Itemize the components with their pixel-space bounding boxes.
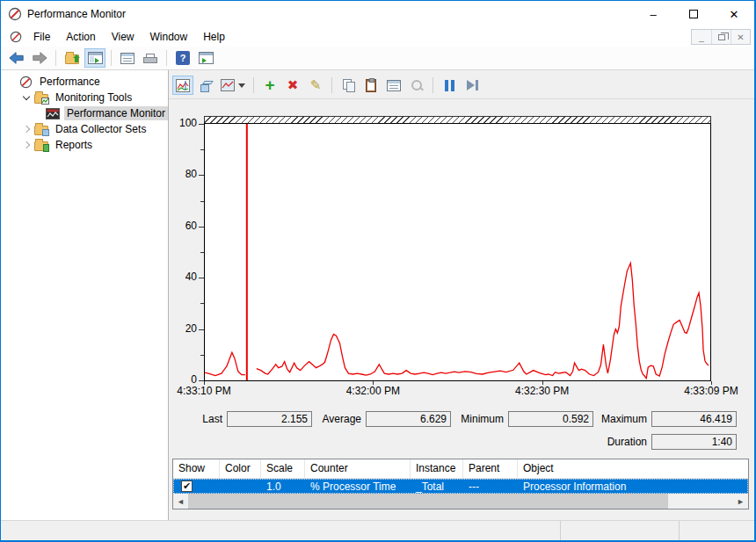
mdi-minimize-button[interactable]: _ [692,30,711,44]
toolbar-separator [433,77,433,93]
toolbar-separator [253,77,254,93]
menu-bar: File Action View Window Help _ ✕ [1,27,754,47]
status-bar [1,520,754,540]
paste-counter-list-button[interactable] [360,76,382,95]
processor-time-line-chart [205,124,710,380]
x-axis-label-2: 4:32:30 PM [515,385,569,397]
perfmon-app-icon [8,7,22,21]
menu-item-view[interactable]: View [104,29,142,45]
tree-expander-collapsed-icon[interactable] [22,141,31,149]
zoom-button[interactable] [406,76,427,95]
print-button[interactable] [140,48,161,68]
y-axis-label-60: 60 [171,220,197,232]
sidebar-item-label: Data Collector Sets [53,122,149,136]
scroll-right-button[interactable]: ► [733,494,748,509]
highlight-button[interactable]: ✎ [305,76,326,95]
column-header-counter[interactable]: Counter [305,459,411,478]
y-axis-major-tick [199,278,204,278]
maximum-label: Maximum [597,413,651,425]
graph-toolbar-divider [169,98,754,99]
column-header-instance[interactable]: Instance [411,459,463,478]
new-window-button[interactable] [195,48,216,68]
graph-properties-button[interactable] [383,76,404,95]
column-header-object[interactable]: Object [518,459,748,478]
column-header-scale[interactable]: Scale [261,459,305,478]
title-bar: Performance Monitor – ✕ [1,1,754,27]
folder-data-icon [33,122,49,136]
show-cell: ✔ [173,481,220,492]
stat-maximum: Maximum 46.419 [597,411,737,427]
counter-table-header: ShowColorScaleCounterInstanceParentObjec… [173,459,748,479]
menu-item-help[interactable]: Help [195,29,233,45]
counter-cell: % Processor Time [305,481,411,493]
tree-expander-collapsed-icon[interactable] [22,125,31,134]
average-label: Average [320,413,366,425]
sidebar-item-data-collector-sets[interactable]: Data Collector Sets [1,121,168,137]
x-axis-label-1: 4:32:00 PM [346,385,400,397]
scrollbar-track[interactable] [188,494,733,509]
last-value: 2.155 [227,411,312,427]
help-button[interactable]: ? [172,48,193,68]
change-graph-type-button[interactable] [218,76,248,95]
main-toolbar: ? [1,47,754,70]
mdi-restore-icon [718,34,725,40]
magnifier-icon [411,79,424,92]
duration-label: Duration [597,436,651,448]
properties-button[interactable] [117,48,138,68]
sidebar-item-label: Reports [53,138,95,152]
close-button[interactable]: ✕ [714,1,754,27]
show-hide-console-tree-button[interactable] [84,48,105,68]
graph-type-icon [221,79,235,91]
add-counter-button[interactable]: + [259,76,280,95]
sidebar-item-reports[interactable]: Reports [1,137,168,153]
parent-cell: --- [463,481,518,493]
mdi-restore-button[interactable] [711,30,731,44]
export-list-button[interactable] [62,48,83,68]
column-header-parent[interactable]: Parent [463,459,518,478]
add-icon: + [265,78,274,92]
menu-item-window[interactable]: Window [142,29,196,45]
update-data-button[interactable] [462,76,483,95]
properties-sheet-icon [387,80,401,91]
copy-properties-button[interactable] [338,76,359,95]
show-checkbox[interactable]: ✔ [181,481,193,492]
console-tree-pane: PerformanceMonitoring ToolsPerformance M… [1,70,169,520]
y-axis-label-0: 0 [171,373,197,386]
y-axis-major-tick [199,329,204,330]
sidebar-item-performance-monitor[interactable]: Performance Monitor [1,105,168,121]
view-current-activity-button[interactable] [172,76,193,95]
back-button[interactable] [6,48,27,68]
properties-sheet-icon [120,53,134,64]
freeze-display-button[interactable] [439,76,460,95]
toolbar-separator [331,77,332,93]
column-header-color[interactable]: Color [220,459,261,478]
delete-counter-button[interactable]: ✖ [282,76,303,95]
menu-item-action[interactable]: Action [58,29,103,45]
new-window-icon [199,52,214,64]
status-section-3 [680,521,754,540]
mdi-close-button[interactable]: ✕ [731,30,750,44]
y-axis-minor-tick [200,252,204,253]
current-activity-chart-icon [176,79,190,92]
scroll-left-button[interactable]: ◄ [173,494,188,509]
scrollbar-thumb[interactable] [188,494,668,509]
maximize-button[interactable] [673,1,714,27]
minimize-button[interactable]: – [633,1,673,27]
graph-toolbar: + ✖ ✎ [172,73,751,98]
step-forward-icon [467,80,478,90]
performance-monitor-pane: + ✖ ✎ 0204060801004:33:10 PM4:32:00 PM4:… [169,70,754,520]
last-label: Last [183,413,227,425]
y-axis-label-80: 80 [171,168,197,180]
chart-plot-area[interactable] [204,123,711,381]
y-axis-minor-tick [200,303,204,304]
folder-chart-icon [33,90,49,105]
sidebar-item-performance[interactable]: Performance [1,74,168,90]
duration-value: 1:40 [651,434,737,450]
counter-table-row[interactable]: ✔ 1.0 % Processor Time _Total --- Proces… [173,479,748,494]
tree-expander-expanded-icon[interactable] [22,93,31,102]
forward-button[interactable] [29,48,50,68]
column-header-show[interactable]: Show [173,459,220,478]
sidebar-item-monitoring-tools[interactable]: Monitoring Tools [1,90,168,105]
view-log-data-button[interactable] [195,76,216,95]
menu-item-file[interactable]: File [25,29,58,45]
